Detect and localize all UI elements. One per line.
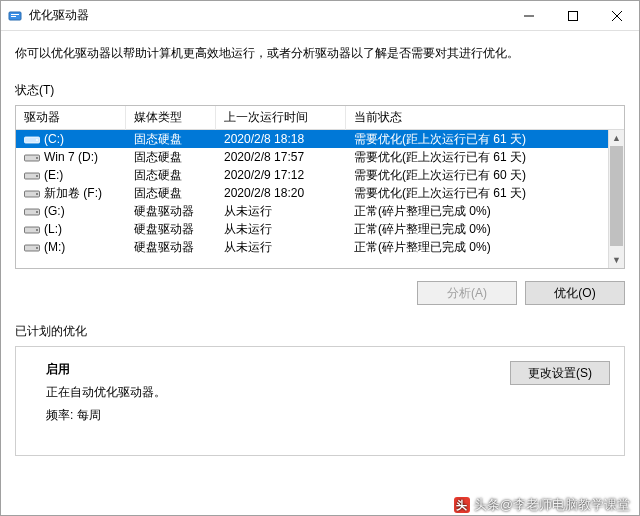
description-text: 你可以优化驱动器以帮助计算机更高效地运行，或者分析驱动器以了解是否需要对其进行优… (15, 45, 625, 62)
drive-icon (24, 242, 40, 252)
drive-name: (G:) (44, 204, 65, 218)
svg-rect-2 (11, 16, 16, 17)
drive-icon (24, 134, 40, 144)
drive-status: 需要优化(距上次运行已有 61 天) (346, 131, 624, 148)
col-drive[interactable]: 驱动器 (16, 105, 126, 130)
drive-row[interactable]: (G:) 硬盘驱动器 从未运行 正常(碎片整理已完成 0%) (16, 202, 624, 220)
change-settings-button[interactable]: 更改设置(S) (510, 361, 610, 385)
drive-name: (C:) (44, 132, 64, 146)
svg-point-20 (36, 247, 38, 249)
drive-media: 硬盘驱动器 (126, 239, 216, 256)
watermark-icon: 头 (454, 497, 470, 513)
scheduled-enabled-desc: 正在自动优化驱动器。 (46, 384, 490, 401)
drive-lastrun: 2020/2/8 18:20 (216, 186, 346, 200)
drive-lastrun: 从未运行 (216, 203, 346, 220)
drive-status: 需要优化(距上次运行已有 60 天) (346, 167, 624, 184)
minimize-button[interactable] (507, 1, 551, 31)
svg-point-18 (36, 229, 38, 231)
scheduled-enabled-title: 启用 (46, 361, 490, 378)
scheduled-box: 启用 正在自动优化驱动器。 频率: 每周 更改设置(S) (15, 346, 625, 456)
status-label: 状态(T) (15, 82, 625, 99)
svg-point-16 (36, 211, 38, 213)
drive-media: 硬盘驱动器 (126, 221, 216, 238)
col-status[interactable]: 当前状态 (346, 105, 624, 130)
drive-media: 固态硬盘 (126, 185, 216, 202)
drive-status: 需要优化(距上次运行已有 61 天) (346, 185, 624, 202)
drive-icon (24, 206, 40, 216)
analyze-button[interactable]: 分析(A) (417, 281, 517, 305)
col-media[interactable]: 媒体类型 (126, 105, 216, 130)
scrollbar-vertical[interactable]: ▲ ▼ (608, 130, 624, 268)
drive-name: 新加卷 (F:) (44, 185, 102, 202)
drive-row[interactable]: (M:) 硬盘驱动器 从未运行 正常(碎片整理已完成 0%) (16, 238, 624, 256)
drive-name: (L:) (44, 222, 62, 236)
drive-row[interactable]: (C:) 固态硬盘 2020/2/8 18:18 需要优化(距上次运行已有 61… (16, 130, 624, 148)
drive-lastrun: 2020/2/8 18:18 (216, 132, 346, 146)
scheduled-label: 已计划的优化 (15, 323, 625, 340)
scheduled-frequency: 频率: 每周 (46, 407, 490, 424)
window-title: 优化驱动器 (29, 7, 507, 24)
app-icon (7, 8, 23, 24)
svg-point-14 (36, 193, 38, 195)
optimize-button[interactable]: 优化(O) (525, 281, 625, 305)
drive-status: 需要优化(距上次运行已有 61 天) (346, 149, 624, 166)
drive-row[interactable]: (E:) 固态硬盘 2020/2/9 17:12 需要优化(距上次运行已有 60… (16, 166, 624, 184)
svg-point-8 (36, 139, 38, 141)
drive-status: 正常(碎片整理已完成 0%) (346, 239, 624, 256)
drive-media: 固态硬盘 (126, 167, 216, 184)
col-lastrun[interactable]: 上一次运行时间 (216, 105, 346, 130)
drive-row[interactable]: (L:) 硬盘驱动器 从未运行 正常(碎片整理已完成 0%) (16, 220, 624, 238)
svg-rect-4 (569, 11, 578, 20)
drive-lastrun: 2020/2/8 17:57 (216, 150, 346, 164)
drive-row[interactable]: 新加卷 (F:) 固态硬盘 2020/2/8 18:20 需要优化(距上次运行已… (16, 184, 624, 202)
drive-media: 固态硬盘 (126, 149, 216, 166)
drive-status: 正常(碎片整理已完成 0%) (346, 203, 624, 220)
scroll-up-icon[interactable]: ▲ (609, 130, 624, 146)
drive-table: 驱动器 媒体类型 上一次运行时间 当前状态 (C:) 固态硬盘 2020/2/8… (15, 105, 625, 269)
scroll-thumb[interactable] (610, 146, 623, 246)
drive-lastrun: 从未运行 (216, 239, 346, 256)
watermark: 头 头条@李老师电脑教学课堂 (454, 496, 630, 514)
svg-point-12 (36, 175, 38, 177)
close-button[interactable] (595, 1, 639, 31)
drive-icon (24, 170, 40, 180)
drive-lastrun: 从未运行 (216, 221, 346, 238)
drive-lastrun: 2020/2/9 17:12 (216, 168, 346, 182)
maximize-button[interactable] (551, 1, 595, 31)
drive-name: (M:) (44, 240, 65, 254)
freq-label: 频率: (46, 408, 73, 422)
freq-value: 每周 (77, 408, 101, 422)
drive-icon (24, 152, 40, 162)
drive-row[interactable]: Win 7 (D:) 固态硬盘 2020/2/8 17:57 需要优化(距上次运… (16, 148, 624, 166)
drive-media: 硬盘驱动器 (126, 203, 216, 220)
drive-status: 正常(碎片整理已完成 0%) (346, 221, 624, 238)
drive-icon (24, 224, 40, 234)
svg-point-10 (36, 157, 38, 159)
watermark-text: 头条@李老师电脑教学课堂 (474, 496, 630, 514)
scroll-down-icon[interactable]: ▼ (609, 252, 624, 268)
drive-name: Win 7 (D:) (44, 150, 98, 164)
drive-icon (24, 188, 40, 198)
svg-rect-1 (11, 14, 19, 15)
drive-media: 固态硬盘 (126, 131, 216, 148)
drive-name: (E:) (44, 168, 63, 182)
